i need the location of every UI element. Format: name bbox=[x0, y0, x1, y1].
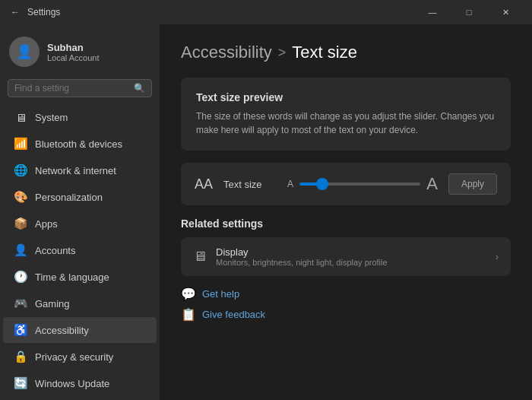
sidebar-label-accounts: Accounts bbox=[35, 245, 75, 256]
avatar: 👤 bbox=[9, 37, 40, 67]
text-size-row: AA Text size A A Apply bbox=[181, 163, 511, 205]
related-settings: Related settings 🖥 Display Monitors, bri… bbox=[181, 217, 511, 276]
network-icon: 🌐 bbox=[14, 163, 27, 177]
search-input[interactable] bbox=[14, 83, 129, 94]
help-link-get-help[interactable]: 💬 Get help bbox=[181, 287, 511, 301]
sidebar-item-system[interactable]: 🖥 System bbox=[3, 104, 157, 130]
help-link-label: Get help bbox=[202, 288, 239, 300]
title-bar: ← Settings — □ ✕ bbox=[0, 0, 532, 24]
slider-container: A A bbox=[287, 174, 438, 194]
maximize-button[interactable]: □ bbox=[451, 0, 486, 24]
sidebar: 👤 Subhan Local Account 🔍 🖥 System 📶 Blue… bbox=[0, 24, 160, 400]
help-link-icon: 📋 bbox=[181, 307, 196, 322]
preview-card: Text size preview The size of these word… bbox=[181, 78, 511, 151]
text-size-label: Text size bbox=[223, 179, 277, 190]
gaming-icon: 🎮 bbox=[14, 297, 27, 310]
sidebar-item-accessibility[interactable]: ♿ Accessibility bbox=[3, 317, 157, 343]
sidebar-item-bluetooth[interactable]: 📶 Bluetooth & devices bbox=[3, 131, 157, 157]
preview-title: Text size preview bbox=[196, 91, 496, 103]
preview-description: The size of these words will change as y… bbox=[196, 110, 496, 137]
user-role: Local Account bbox=[47, 53, 100, 62]
related-item[interactable]: 🖥 Display Monitors, brightness, night li… bbox=[181, 237, 511, 276]
sidebar-label-update: Windows Update bbox=[35, 378, 109, 389]
slider-max-label: A bbox=[426, 174, 438, 194]
sidebar-label-bluetooth: Bluetooth & devices bbox=[35, 138, 122, 150]
user-info: Subhan Local Account bbox=[47, 42, 100, 62]
help-links: 💬 Get help 📋 Give feedback bbox=[181, 287, 511, 322]
help-link-label: Give feedback bbox=[202, 309, 265, 320]
search-box[interactable]: 🔍 bbox=[8, 79, 152, 97]
sidebar-label-system: System bbox=[35, 112, 68, 123]
content-area: Accessibility > Text size Text size prev… bbox=[160, 24, 532, 400]
sidebar-label-privacy: Privacy & security bbox=[35, 351, 113, 363]
sidebar-label-network: Network & internet bbox=[35, 165, 116, 176]
sidebar-item-accounts[interactable]: 👤 Accounts bbox=[3, 237, 157, 263]
personalization-icon: 🎨 bbox=[14, 190, 27, 204]
sidebar-label-accessibility: Accessibility bbox=[35, 325, 89, 336]
related-title: Related settings bbox=[181, 217, 511, 230]
back-button[interactable]: ← bbox=[9, 6, 21, 18]
time-icon: 🕐 bbox=[14, 270, 27, 284]
related-item-name: Display bbox=[216, 246, 486, 258]
related-item-info: Display Monitors, brightness, night ligh… bbox=[216, 246, 486, 267]
accounts-icon: 👤 bbox=[14, 243, 27, 257]
apps-icon: 📦 bbox=[14, 217, 27, 230]
sidebar-item-time[interactable]: 🕐 Time & language bbox=[3, 264, 157, 290]
sidebar-item-apps[interactable]: 📦 Apps bbox=[3, 211, 157, 237]
sidebar-item-update[interactable]: 🔄 Windows Update bbox=[3, 370, 157, 396]
sidebar-item-privacy[interactable]: 🔒 Privacy & security bbox=[3, 344, 157, 370]
minimize-button[interactable]: — bbox=[415, 0, 450, 24]
slider-min-label: A bbox=[287, 179, 293, 189]
help-link-icon: 💬 bbox=[181, 287, 196, 301]
sidebar-label-personalization: Personalization bbox=[35, 192, 103, 203]
sidebar-label-gaming: Gaming bbox=[35, 298, 70, 310]
sidebar-item-network[interactable]: 🌐 Network & internet bbox=[3, 157, 157, 183]
breadcrumb-separator: > bbox=[278, 45, 287, 61]
breadcrumb-current: Text size bbox=[292, 43, 357, 62]
update-icon: 🔄 bbox=[14, 376, 27, 390]
search-icon: 🔍 bbox=[134, 83, 145, 94]
close-button[interactable]: ✕ bbox=[488, 0, 523, 24]
system-icon: 🖥 bbox=[14, 110, 27, 124]
text-size-slider[interactable] bbox=[299, 183, 420, 186]
sidebar-label-time: Time & language bbox=[35, 271, 109, 283]
chevron-right-icon: › bbox=[496, 252, 499, 262]
privacy-icon: 🔒 bbox=[14, 350, 27, 363]
related-item-sub: Monitors, brightness, night light, displ… bbox=[216, 258, 486, 267]
apply-button[interactable]: Apply bbox=[448, 173, 497, 195]
title-bar-title: Settings bbox=[27, 7, 60, 17]
sidebar-item-personalization[interactable]: 🎨 Personalization bbox=[3, 184, 157, 210]
window-controls: — □ ✕ bbox=[415, 0, 523, 24]
breadcrumb-parent: Accessibility bbox=[181, 43, 272, 62]
help-link-give-feedback[interactable]: 📋 Give feedback bbox=[181, 307, 511, 322]
related-list: 🖥 Display Monitors, brightness, night li… bbox=[181, 237, 511, 276]
sidebar-item-gaming[interactable]: 🎮 Gaming bbox=[3, 290, 157, 316]
user-name: Subhan bbox=[47, 42, 100, 53]
nav-list: 🖥 System 📶 Bluetooth & devices 🌐 Network… bbox=[0, 103, 160, 397]
user-profile[interactable]: 👤 Subhan Local Account bbox=[0, 24, 160, 76]
sidebar-label-apps: Apps bbox=[35, 218, 58, 230]
related-item-icon: 🖥 bbox=[193, 249, 207, 265]
app-body: 👤 Subhan Local Account 🔍 🖥 System 📶 Blue… bbox=[0, 24, 532, 400]
text-size-icon: AA bbox=[195, 176, 213, 192]
bluetooth-icon: 📶 bbox=[14, 137, 27, 151]
breadcrumb: Accessibility > Text size bbox=[181, 43, 511, 62]
accessibility-icon: ♿ bbox=[14, 323, 27, 337]
